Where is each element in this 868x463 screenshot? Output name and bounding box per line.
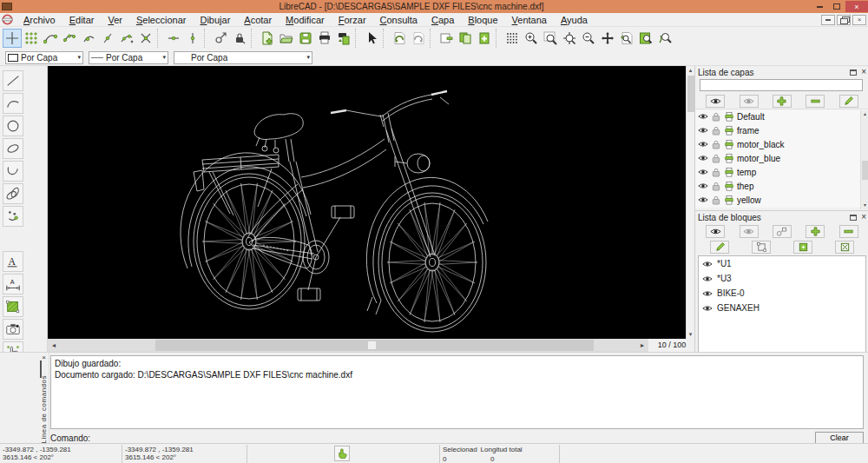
snap-center-button[interactable]: [79, 29, 98, 48]
block-row[interactable]: *U1: [699, 256, 865, 271]
grid-toggle-button[interactable]: [503, 29, 522, 48]
open-file-button[interactable]: [277, 29, 296, 48]
image-tool-button[interactable]: [3, 319, 23, 340]
hatch-tool-button[interactable]: [3, 296, 23, 317]
hide-all-layers-button[interactable]: [740, 95, 759, 108]
menu-item[interactable]: Archivo: [16, 13, 62, 27]
remove-block-button[interactable]: [839, 225, 858, 238]
layer-lock-icon[interactable]: [711, 195, 721, 205]
close-panel-icon[interactable]: ×: [861, 213, 866, 222]
menu-item[interactable]: Modificar: [279, 13, 332, 27]
layer-print-icon[interactable]: [724, 181, 734, 191]
line-tool-button[interactable]: [3, 70, 23, 91]
close-panel-icon[interactable]: ×: [861, 68, 866, 76]
float-panel-icon[interactable]: [850, 69, 857, 76]
scroll-down-icon[interactable]: ▾: [861, 202, 868, 209]
points-tool-button[interactable]: [3, 206, 23, 227]
layer-lock-icon[interactable]: [711, 139, 721, 149]
block-visible-eye-icon[interactable]: [702, 303, 713, 314]
circle-tool-button[interactable]: [3, 116, 23, 136]
edit-block-button[interactable]: [710, 241, 729, 254]
minimize-button[interactable]: [811, 1, 828, 12]
layer-row[interactable]: temp: [695, 165, 868, 179]
layer-print-icon[interactable]: [724, 111, 734, 122]
scroll-up-icon[interactable]: ▴: [861, 110, 868, 118]
snap-middle-button[interactable]: [98, 29, 117, 48]
menu-item[interactable]: Acotar: [237, 13, 279, 27]
layer-print-icon[interactable]: [724, 195, 734, 205]
scroll-left-icon[interactable]: ◂: [48, 341, 60, 349]
selection-pointer-button[interactable]: [362, 29, 381, 48]
snap-distance-button[interactable]: [117, 29, 136, 48]
layer-print-icon[interactable]: [724, 167, 734, 177]
copy-button[interactable]: [456, 29, 475, 48]
maximize-button[interactable]: [828, 1, 845, 12]
arc-tool-button[interactable]: [3, 93, 23, 114]
restrict-horizontal-button[interactable]: [164, 29, 183, 48]
layer-row[interactable]: motor_blue: [695, 151, 868, 165]
edit-layer-button[interactable]: [839, 95, 858, 108]
block-row[interactable]: BIKE-0: [699, 286, 865, 301]
layer-filter-input[interactable]: [700, 79, 863, 91]
redo-button[interactable]: [409, 29, 428, 48]
layer-visible-eye-icon[interactable]: [698, 125, 708, 136]
layer-print-icon[interactable]: [724, 139, 734, 149]
drawing-canvas[interactable]: [48, 66, 686, 339]
menu-item[interactable]: Ventana: [505, 13, 554, 27]
layer-visible-eye-icon[interactable]: [698, 167, 708, 177]
pen-width-select[interactable]: Por Capa ▾: [89, 51, 168, 64]
scroll-right-icon[interactable]: ▸: [636, 341, 648, 349]
menu-item[interactable]: Editar: [62, 13, 102, 27]
ellipse-tool-button[interactable]: [3, 138, 23, 159]
zoom-previous-button[interactable]: [617, 29, 636, 48]
text-tool-button[interactable]: A: [3, 251, 23, 272]
mdi-close-button[interactable]: ×: [852, 15, 866, 25]
menu-item[interactable]: Ver: [101, 13, 129, 27]
snap-on-entity-button[interactable]: [60, 29, 79, 48]
menu-item[interactable]: Forzar: [332, 13, 373, 27]
mdi-restore-button[interactable]: [837, 15, 851, 25]
grid-snap-button[interactable]: [22, 29, 41, 48]
vscroll-thumb[interactable]: [687, 76, 694, 112]
new-file-button[interactable]: [258, 29, 277, 48]
block-visible-eye-icon[interactable]: [702, 288, 713, 299]
layer-visible-eye-icon[interactable]: [698, 111, 708, 122]
edit-block-attributes-button[interactable]: [752, 241, 771, 254]
restrict-vertical-button[interactable]: [183, 29, 202, 48]
dimension-tool-button[interactable]: A: [3, 274, 23, 294]
remove-layer-button[interactable]: [806, 95, 825, 108]
zoom-in-button[interactable]: [522, 29, 541, 48]
paste-button[interactable]: [475, 29, 494, 48]
mdi-minimize-button[interactable]: [821, 15, 835, 25]
layer-row[interactable]: frame: [695, 123, 868, 137]
layer-lock-icon[interactable]: [711, 167, 721, 177]
add-block-button[interactable]: [806, 225, 825, 238]
pen-color-select[interactable]: Por Capa ▾: [5, 51, 83, 64]
zoom-selected-button[interactable]: [636, 29, 655, 48]
hscroll-track[interactable]: [60, 340, 636, 351]
hide-all-blocks-button[interactable]: [740, 225, 759, 238]
menu-item[interactable]: Bloque: [461, 13, 504, 27]
lock-relative-zero-button[interactable]: [230, 29, 249, 48]
canvas-horizontal-scrollbar[interactable]: ◂ ▸: [48, 339, 648, 352]
show-all-layers-button[interactable]: [706, 95, 725, 108]
pen-linetype-select[interactable]: Por Capa ▾: [174, 51, 312, 64]
block-row[interactable]: GENAXEH: [699, 301, 865, 315]
add-layer-button[interactable]: [773, 95, 792, 108]
layer-visible-eye-icon[interactable]: [698, 153, 708, 163]
layer-lock-icon[interactable]: [711, 153, 721, 163]
block-visible-eye-icon[interactable]: [702, 259, 713, 269]
menu-item[interactable]: Consulta: [373, 13, 424, 27]
canvas-vertical-scrollbar[interactable]: ▴ ▾: [686, 66, 694, 339]
menu-item[interactable]: Capa: [424, 13, 461, 27]
scroll-down-icon[interactable]: ▾: [687, 330, 694, 339]
block-row[interactable]: *U3: [699, 271, 865, 286]
layer-visible-eye-icon[interactable]: [698, 139, 708, 149]
block-visible-eye-icon[interactable]: [702, 274, 713, 284]
layer-lock-icon[interactable]: [711, 125, 721, 136]
command-input[interactable]: [94, 433, 815, 444]
print-button[interactable]: [315, 29, 334, 48]
polyline-tool-button[interactable]: [3, 161, 23, 182]
create-block-button[interactable]: [773, 225, 792, 238]
menu-item[interactable]: Ayuda: [554, 13, 595, 27]
